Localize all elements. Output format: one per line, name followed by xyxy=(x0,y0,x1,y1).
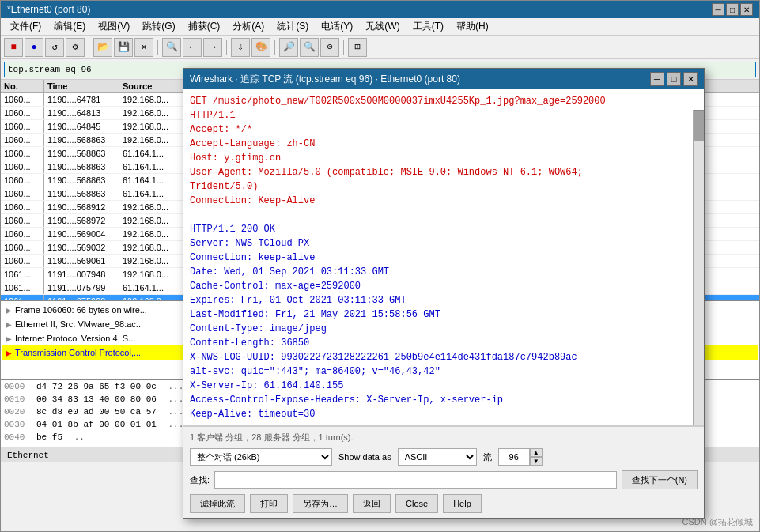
scrollbar-thumb[interactable] xyxy=(694,110,704,141)
conversation-select[interactable]: 整个对话 (26kB) xyxy=(190,448,332,466)
stream-line: X-Server-Ip: 61.164.140.155 xyxy=(190,379,698,393)
back-button[interactable]: ← xyxy=(183,38,202,57)
menu-tools[interactable]: 工具(T) xyxy=(406,18,450,35)
stream-line: Date: Wed, 01 Sep 2021 03:11:33 GMT xyxy=(190,265,698,279)
capture-options-button[interactable]: ⚙ xyxy=(66,38,85,57)
stream-line: alt-svc: quic=":443"; ma=86400; v="46,43… xyxy=(190,364,698,379)
tcp-stream-text: GET /music/photo_new/T002R500x500M000003… xyxy=(183,89,704,426)
close-button[interactable]: ✕ xyxy=(740,3,753,16)
title-bar: *Ethernet0 (port 80) ─ □ ✕ xyxy=(1,1,759,18)
main-title: *Ethernet0 (port 80) xyxy=(7,4,710,15)
show-data-as-label: Show data as xyxy=(338,452,391,462)
menu-edit[interactable]: 编辑(E) xyxy=(47,18,92,35)
stream-line: HTTP/1.1 xyxy=(190,108,698,123)
filter-stream-button[interactable]: 滤掉此流 xyxy=(190,494,245,513)
show-data-select[interactable]: ASCII xyxy=(398,448,477,466)
dialog-minimize-button[interactable]: ─ xyxy=(650,72,664,86)
help-dialog-button[interactable]: Help xyxy=(443,494,482,513)
stream-input[interactable]: 96 xyxy=(498,448,530,466)
stream-line: Content-Type: image/jpeg xyxy=(190,322,698,336)
menu-capture[interactable]: 捕获(C) xyxy=(182,18,227,35)
stream-line: Connection: keep-alive xyxy=(190,251,698,265)
detail-frame-text: Frame 106060: 66 bytes on wire... xyxy=(15,305,147,315)
dialog-close-button[interactable]: ✕ xyxy=(683,72,698,86)
menu-go[interactable]: 跳转(G) xyxy=(136,18,181,35)
menu-wireless[interactable]: 无线(W) xyxy=(359,18,406,35)
expand-arrow-icon: ▶ xyxy=(6,306,12,315)
colorize-button[interactable]: 🎨 xyxy=(251,38,270,57)
detail-tcp-text: Transmission Control Protocol,... xyxy=(15,348,141,357)
toolbar-divider-2 xyxy=(157,40,158,55)
stream-line: HTTP/1.1 200 OK xyxy=(190,222,698,236)
menu-help[interactable]: 帮助(H) xyxy=(450,18,495,35)
detail-ethernet-text: Ethernet II, Src: VMware_98:ac... xyxy=(15,319,143,329)
close-dialog-button[interactable]: Close xyxy=(395,494,438,513)
open-button[interactable]: 📂 xyxy=(93,38,112,57)
toolbar-divider-5 xyxy=(343,40,344,55)
resize-columns-button[interactable]: ⊞ xyxy=(348,38,367,57)
stream-line xyxy=(190,208,698,222)
stream-line: X-NWS-LOG-UUID: 9930222723128222261 250b… xyxy=(190,350,698,364)
detail-ip-text: Internet Protocol Version 4, S... xyxy=(15,334,135,343)
col-no-header: No. xyxy=(1,80,44,92)
forward-button[interactable]: → xyxy=(203,38,222,57)
menu-file[interactable]: 文件(F) xyxy=(4,18,47,35)
minimize-button[interactable]: ─ xyxy=(712,3,724,16)
maximize-button[interactable]: □ xyxy=(726,3,739,16)
stream-line: Accept: */* xyxy=(190,123,698,137)
toolbar-divider-1 xyxy=(89,40,89,55)
find-label: 查找: xyxy=(190,474,210,486)
print-button[interactable]: 打印 xyxy=(250,494,288,513)
toolbar-divider-3 xyxy=(226,40,227,55)
stream-line: Expires: Fri, 01 Oct 2021 03:11:33 GMT xyxy=(190,293,698,308)
menu-telephony[interactable]: 电话(Y) xyxy=(315,18,359,35)
save-button[interactable]: 💾 xyxy=(114,38,133,57)
find-input[interactable] xyxy=(214,471,617,489)
stream-line: Cache-Control: max-age=2592000 xyxy=(190,279,698,293)
stream-line: Host: y.gtimg.cn xyxy=(190,151,698,165)
menu-analyze[interactable]: 分析(A) xyxy=(226,18,270,35)
tcp-stream-scrollbar[interactable] xyxy=(693,110,704,426)
start-capture-button[interactable]: ● xyxy=(25,38,43,57)
stream-line: Trident/5.0) xyxy=(190,179,698,194)
dialog-controls-row2: 查找: 查找下一个(N) xyxy=(190,470,698,489)
expand-arrow-icon: ▶ xyxy=(6,349,12,357)
stream-down-button[interactable]: ▼ xyxy=(530,457,543,466)
restart-capture-button[interactable]: ↺ xyxy=(45,38,64,57)
dialog-footer: 1 客户端 分组，28 服务器 分组，1 turn(s). 整个对话 (26kB… xyxy=(183,426,704,518)
status-ethernet: Ethernet xyxy=(7,451,49,460)
dialog-content: GET /music/photo_new/T002R500x500M000003… xyxy=(183,89,704,518)
stream-up-button[interactable]: ▲ xyxy=(530,448,543,457)
back-dialog-button[interactable]: 返回 xyxy=(353,494,391,513)
stop-capture-button[interactable]: ■ xyxy=(4,38,23,57)
zoom-in-button[interactable]: 🔎 xyxy=(279,38,298,57)
find-next-button[interactable]: 查找下一个(N) xyxy=(622,470,698,489)
stream-line: Content-Length: 36850 xyxy=(190,336,698,350)
stream-line: Last-Modified: Fri, 21 May 2021 15:58:56… xyxy=(190,308,698,322)
zoom-reset-button[interactable]: ⊙ xyxy=(320,38,339,57)
zoom-out-button[interactable]: 🔍 xyxy=(300,38,319,57)
save-as-button[interactable]: 另存为… xyxy=(293,494,348,513)
menu-statistics[interactable]: 统计(S) xyxy=(270,18,315,35)
scroll-end-button[interactable]: ⇩ xyxy=(231,38,250,57)
find-button[interactable]: 🔍 xyxy=(162,38,181,57)
stream-line: Keep-Alive: timeout=30 xyxy=(190,407,698,421)
menu-view[interactable]: 视图(V) xyxy=(92,18,136,35)
dialog-controls-row1: 整个对话 (26kB) Show data as ASCII 流 96 ▲ ▼ xyxy=(190,448,698,466)
col-time-header: Time xyxy=(44,80,119,92)
stream-line: Server: NWS_TCloud_PX xyxy=(190,236,698,251)
stream-line: User-Agent: Mozilla/5.0 (compatible; MSI… xyxy=(190,165,698,179)
toolbar-divider-4 xyxy=(274,40,275,55)
stream-label: 流 xyxy=(483,451,492,463)
close-capture-button[interactable]: ✕ xyxy=(134,38,153,57)
stream-spinbox[interactable]: 96 ▲ ▼ xyxy=(498,448,543,466)
stream-line: GET /music/photo_new/T002R500x500M000003… xyxy=(190,94,698,108)
dialog-title: Wireshark · 追踪 TCP 流 (tcp.stream eq 96) … xyxy=(190,73,648,86)
dialog-controls-row3: 滤掉此流 打印 另存为… 返回 Close Help xyxy=(190,494,698,513)
dialog-maximize-button[interactable]: □ xyxy=(667,72,681,86)
dialog-stats: 1 客户端 分组，28 服务器 分组，1 turn(s). xyxy=(190,432,698,443)
dialog-title-bar: Wireshark · 追踪 TCP 流 (tcp.stream eq 96) … xyxy=(183,69,704,89)
expand-arrow-icon: ▶ xyxy=(6,320,12,329)
stream-line: Access-Control-Expose-Headers: X-Server-… xyxy=(190,393,698,407)
stream-arrows: ▲ ▼ xyxy=(530,448,543,466)
